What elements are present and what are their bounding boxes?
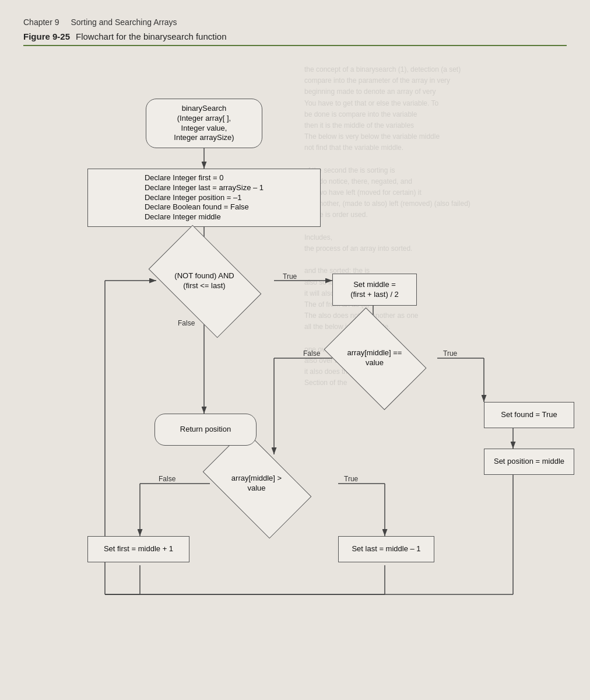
set-first-box: Set first = middle + 1: [87, 536, 189, 562]
start-box: binarySearch (Integer array[ ], Integer …: [146, 99, 262, 148]
arrows-svg: [23, 58, 567, 670]
init-box: Declare Integer first = 0 Declare Intege…: [87, 169, 321, 227]
cond1-line2: (first <= last): [183, 281, 225, 290]
set-position-box: Set position = middle: [484, 449, 574, 475]
set-position-text: Set position = middle: [494, 457, 564, 467]
cond3-line1: array[middle] >: [231, 474, 282, 482]
condition2-diamond: array[middle] == value: [332, 329, 417, 387]
set-found-text: Set found = True: [501, 410, 557, 420]
condition3-diamond: array[middle] > value: [210, 454, 303, 513]
start-box-line3: Integer value,: [174, 124, 234, 134]
set-first-text: Set first = middle + 1: [104, 544, 173, 554]
set-middle-line1: Set middle =: [350, 280, 399, 290]
start-box-line1: binarySearch: [174, 104, 234, 114]
label-true2: True: [443, 349, 457, 358]
cond2-line1: array[middle] ==: [347, 348, 402, 357]
set-middle-line2: (first + last) / 2: [350, 290, 399, 300]
label-false2: False: [303, 349, 320, 358]
label-false3: False: [159, 475, 175, 483]
set-last-text: Set last = middle – 1: [352, 544, 420, 554]
init-line4: Declare Boolean found = False: [145, 202, 264, 212]
start-box-line2: (Integer array[ ],: [174, 114, 234, 124]
cond2-line2: value: [366, 358, 384, 367]
start-box-line4: Integer arraySize): [174, 133, 234, 143]
cond1-line1: (NOT found) AND: [174, 271, 234, 280]
figure-id: Figure 9-25: [23, 32, 70, 41]
label-false1: False: [178, 319, 195, 327]
init-line2: Declare Integer last = arraySize – 1: [145, 183, 264, 193]
cond3-line2: value: [247, 484, 265, 492]
chapter-title: Sorting and Searching Arrays: [71, 18, 177, 27]
set-found-box: Set found = True: [484, 402, 574, 428]
chapter-label: Chapter 9: [23, 18, 59, 27]
return-position-text: Return position: [180, 425, 231, 435]
init-line1: Declare Integer first = 0: [145, 173, 264, 183]
chapter-header: Chapter 9 Sorting and Searching Arrays: [23, 18, 567, 27]
figure-title-row: Figure 9-25 Flowchart for the binarysear…: [23, 32, 567, 46]
init-line5: Declare Integer middle: [145, 212, 264, 222]
page: the concept of a binarysearch (1), detec…: [0, 0, 590, 700]
condition1-diamond: (NOT found) AND (first <= last): [156, 250, 252, 312]
label-true3: True: [344, 475, 358, 483]
label-true1: True: [283, 272, 297, 281]
return-position-box: Return position: [154, 414, 257, 446]
init-line3: Declare Integer position = –1: [145, 193, 264, 203]
flowchart-area: binarySearch (Integer array[ ], Integer …: [23, 58, 567, 670]
figure-description: Flowchart for the binarysearch function: [76, 32, 226, 41]
set-last-box: Set last = middle – 1: [338, 536, 434, 562]
set-middle-box: Set middle = (first + last) / 2: [332, 274, 417, 306]
